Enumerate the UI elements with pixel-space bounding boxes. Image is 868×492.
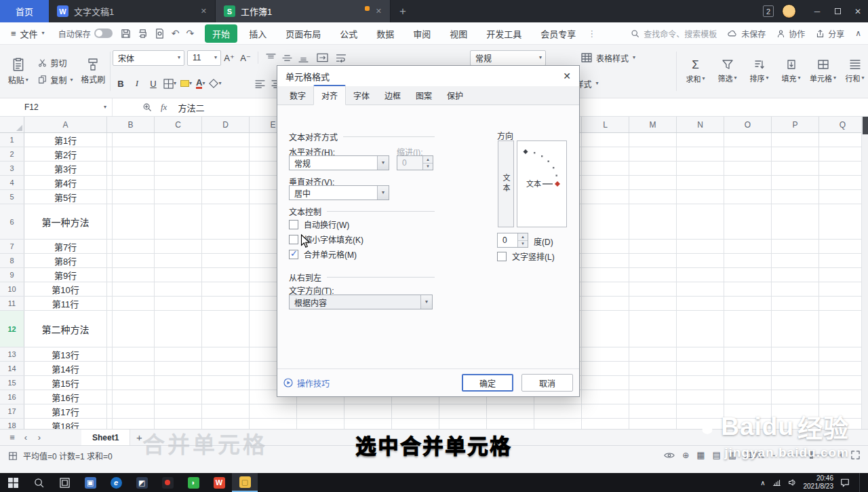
tips-link[interactable]: 操作技巧 — [283, 377, 330, 389]
tab-developer[interactable]: 开发工具 — [479, 24, 529, 43]
merge-cells-checkbox[interactable] — [289, 250, 298, 259]
cell[interactable]: 第7行 — [24, 240, 107, 253]
doc-tab-writer[interactable]: W 文字文稿1 ✕ — [49, 0, 216, 22]
wrap-text-option[interactable]: 自动换行(W) — [289, 219, 349, 230]
taskbar-clock[interactable]: 20:46 2021/8/23 — [804, 474, 834, 491]
cell[interactable]: 第18行 — [24, 419, 107, 429]
show-desktop-button[interactable] — [859, 473, 863, 492]
doc-tab-sheet[interactable]: S 工作簿1 ✕ — [216, 0, 391, 22]
wrap-text-icon[interactable] — [333, 50, 349, 66]
align-left-icon[interactable] — [252, 75, 268, 92]
merge-cells-icon[interactable] — [314, 50, 330, 66]
text-direction-select[interactable]: 根据内容 ▾ — [289, 295, 433, 309]
close-tab-icon[interactable]: ✕ — [376, 7, 382, 16]
row-header[interactable]: 9 — [0, 268, 24, 282]
row-header[interactable]: 7 — [0, 240, 24, 253]
align-top-icon[interactable] — [262, 50, 279, 66]
cell[interactable]: 第2行 — [24, 147, 107, 161]
start-button[interactable] — [0, 473, 26, 492]
autosave-toggle[interactable] — [94, 29, 113, 38]
cell[interactable]: 第14行 — [24, 362, 107, 375]
taskbar-app-wps[interactable]: W — [206, 473, 232, 492]
row-header[interactable]: 2 — [0, 147, 24, 161]
taskbar-app-folder[interactable]: ▣ — [77, 473, 103, 492]
fill-color-button[interactable]: ▾ — [178, 75, 194, 92]
paste-button[interactable]: 粘贴▾ — [3, 48, 33, 95]
undo-icon[interactable]: ↶ — [172, 28, 180, 39]
row-header[interactable]: 10 — [0, 282, 24, 296]
sort-button[interactable]: 排序▾ — [743, 48, 775, 95]
column-header[interactable]: D — [202, 117, 250, 132]
increase-font-icon[interactable]: A⁺ — [221, 50, 237, 66]
cell[interactable]: 第15行 — [24, 376, 107, 390]
align-bottom-icon[interactable] — [295, 50, 311, 66]
home-tab[interactable]: 首页 — [0, 0, 49, 22]
row-header[interactable]: 4 — [0, 176, 24, 189]
font-name-select[interactable]: 宋体 ▾ — [113, 50, 184, 66]
cell[interactable]: 第11行 — [24, 297, 107, 310]
number-format-select[interactable]: 常规 ▾ — [470, 50, 546, 66]
volume-icon[interactable] — [788, 478, 797, 487]
maximize-button[interactable] — [827, 0, 848, 22]
format-painter-button[interactable]: 格式刷 — [78, 48, 108, 95]
more-tabs-icon[interactable]: ⋮ — [587, 29, 596, 39]
table-style-button[interactable]: 表格样式 ▾ — [581, 52, 635, 64]
taskbar-app-dark[interactable]: ◩ — [129, 473, 155, 492]
tray-chevron-icon[interactable]: ∧ — [760, 479, 765, 487]
merged-cell[interactable]: 第一种方法 — [24, 204, 107, 239]
cell[interactable]: 第16行 — [24, 390, 107, 404]
decrease-font-icon[interactable]: A⁻ — [237, 50, 254, 66]
taskbar-app-explorer[interactable]: ▢ — [232, 473, 258, 492]
tab-review[interactable]: 审阅 — [406, 24, 438, 43]
search-button[interactable] — [26, 473, 52, 492]
italic-button[interactable]: I — [129, 75, 145, 92]
dialog-titlebar[interactable]: 单元格格式 ✕ — [277, 66, 579, 86]
tab-number[interactable]: 数字 — [282, 86, 313, 105]
formula-input[interactable]: 方法二 — [178, 101, 204, 114]
underline-button[interactable]: U — [145, 75, 161, 92]
cells-button[interactable]: 单元格▾ — [807, 48, 839, 95]
cell[interactable]: 第3行 — [24, 162, 107, 175]
tab-border[interactable]: 边框 — [377, 86, 408, 105]
tab-formulas[interactable]: 公式 — [332, 24, 365, 43]
tab-alignment[interactable]: 对齐 — [313, 85, 346, 105]
tab-page-layout[interactable]: 页面布局 — [278, 24, 328, 43]
merge-cells-option[interactable]: 合并单元格(M) — [289, 248, 357, 260]
row-header[interactable]: 5 — [0, 190, 24, 204]
row-header[interactable]: 18 — [0, 419, 24, 429]
task-view-button[interactable] — [52, 473, 77, 492]
row-header[interactable]: 17 — [0, 404, 24, 418]
row-header[interactable]: 1 — [0, 133, 24, 147]
close-icon[interactable]: ✕ — [563, 71, 571, 81]
taskbar-app-recorder[interactable] — [155, 473, 180, 492]
tab-data[interactable]: 数据 — [369, 24, 401, 43]
shrink-to-fit-checkbox[interactable] — [289, 235, 298, 244]
spinner-buttons[interactable]: ▲▼ — [517, 233, 528, 247]
tab-view[interactable]: 视图 — [442, 24, 475, 43]
collaborate-button[interactable]: 协作 — [776, 28, 805, 39]
tab-font[interactable]: 字体 — [346, 86, 377, 105]
cell[interactable]: 第10行 — [24, 282, 107, 296]
column-header[interactable]: M — [629, 117, 677, 132]
row-header[interactable]: 3 — [0, 162, 24, 175]
cell[interactable]: 第4行 — [24, 176, 107, 189]
vertical-text-checkbox[interactable] — [497, 252, 507, 261]
close-button[interactable]: ✕ — [848, 0, 868, 22]
tab-pattern[interactable]: 图案 — [408, 86, 439, 105]
minimize-button[interactable]: ─ — [807, 0, 827, 22]
orientation-vertical-option[interactable]: 文本 — [498, 140, 514, 227]
row-header[interactable]: 15 — [0, 376, 24, 390]
wrap-text-checkbox[interactable] — [289, 220, 298, 229]
vertical-scrollbar[interactable] — [861, 99, 868, 429]
notification-icon[interactable] — [840, 478, 850, 487]
collapse-ribbon-icon[interactable]: ∧ — [855, 29, 861, 38]
fill-button[interactable]: 填充▾ — [775, 48, 807, 95]
column-header[interactable]: L — [582, 117, 629, 132]
avatar[interactable] — [782, 4, 796, 18]
row-header[interactable]: 16 — [0, 390, 24, 404]
row-header[interactable]: 6 — [0, 204, 24, 239]
spin-down-icon[interactable]: ▼ — [518, 240, 528, 248]
name-box[interactable]: F12 ▾ — [0, 98, 113, 116]
zoom-icon[interactable] — [142, 102, 152, 112]
new-tab-button[interactable]: + — [391, 0, 415, 22]
